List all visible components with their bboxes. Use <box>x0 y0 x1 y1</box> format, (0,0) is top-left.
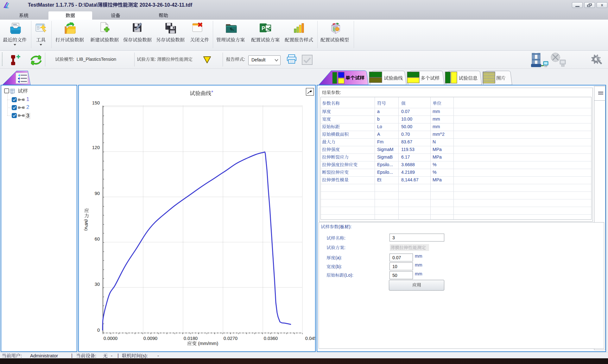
svg-text:0.045: 0.045 <box>305 336 315 341</box>
svg-text:P: P <box>262 25 265 31</box>
svg-text:150: 150 <box>92 100 100 105</box>
svg-text:30: 30 <box>95 282 100 287</box>
svg-text:0: 0 <box>97 328 100 333</box>
svg-text:0.0270: 0.0270 <box>224 336 238 341</box>
svg-text:0.0360: 0.0360 <box>264 336 278 341</box>
svg-text:60: 60 <box>95 236 100 242</box>
svg-text:120: 120 <box>92 145 100 150</box>
svg-text:90: 90 <box>95 191 100 196</box>
svg-text:0.0000: 0.0000 <box>104 336 117 341</box>
svg-text:0.0090: 0.0090 <box>143 336 157 341</box>
svg-text:0.0180: 0.0180 <box>184 336 198 341</box>
